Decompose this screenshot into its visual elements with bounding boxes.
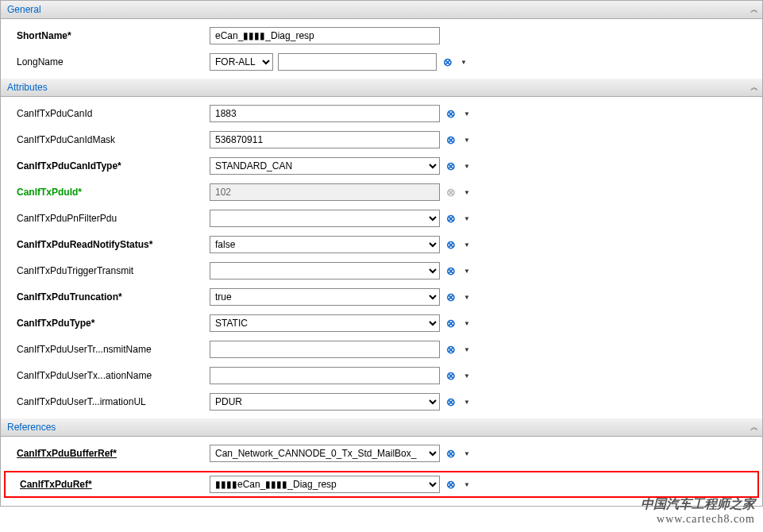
select-userirmationul[interactable]: PDUR	[210, 393, 440, 411]
reset-icon[interactable]: ⊗	[445, 238, 457, 251]
section-header-references[interactable]: References ︽	[1, 418, 762, 437]
section-title: General	[7, 4, 41, 15]
dropdown-caret-icon[interactable]: ▼	[462, 320, 472, 327]
reset-icon[interactable]: ⊗	[445, 343, 457, 356]
select-bufferref[interactable]: Can_Network_CANNODE_0_Tx_Std_MailBox_	[210, 445, 440, 462]
dropdown-caret-icon[interactable]: ▼	[462, 215, 472, 222]
label-canidtype: CanIfTxPduCanIdType*	[7, 160, 210, 172]
dropdown-caret-icon[interactable]: ▼	[462, 163, 472, 170]
section-header-general[interactable]: General ︽	[1, 1, 762, 19]
section-body-general: ShortName* LongName FOR-ALL ⊗ ▼	[1, 19, 762, 79]
collapse-icon: ︽	[750, 4, 756, 15]
label-userirmationul: CanIfTxPduUserT...irmationUL	[7, 396, 210, 407]
label-pduid: CanIfTxPduId*	[7, 187, 210, 198]
reset-icon[interactable]: ⊗	[445, 395, 457, 408]
label-userationname: CanIfTxPduUserTx...ationName	[7, 370, 210, 381]
dropdown-caret-icon[interactable]: ▼	[462, 137, 472, 144]
reset-icon[interactable]: ⊗	[445, 133, 457, 146]
select-readnotify[interactable]: false	[210, 236, 440, 253]
select-triggertransmit[interactable]	[210, 262, 440, 279]
label-pdutype: CanIfTxPduType*	[7, 318, 210, 329]
label-truncation: CanIfTxPduTruncation*	[7, 291, 210, 303]
label-canid: CanIfTxPduCanId	[7, 108, 210, 119]
label-longname: LongName	[7, 56, 210, 67]
select-pdutype[interactable]: STATIC	[210, 314, 440, 332]
input-shortname[interactable]	[210, 27, 440, 44]
reset-icon[interactable]: ⊗	[445, 317, 457, 330]
reset-icon[interactable]: ⊗	[445, 264, 457, 277]
input-pduid	[210, 183, 440, 201]
label-pduref[interactable]: CanIfTxPduRef*	[7, 479, 210, 490]
collapse-icon: ︽	[750, 82, 756, 93]
reset-icon[interactable]: ⊗	[445, 107, 457, 120]
section-body-attributes: CanIfTxPduCanId ⊗ ▼ CanIfTxPduCanIdMask …	[1, 97, 762, 418]
select-truncation[interactable]: true	[210, 288, 440, 306]
label-usertransmitname: CanIfTxPduUserTr...nsmitName	[7, 344, 210, 355]
input-userationname[interactable]	[210, 367, 440, 384]
input-canidmask[interactable]	[210, 131, 440, 148]
label-bufferref[interactable]: CanIfTxPduBufferRef*	[7, 448, 210, 459]
reset-icon[interactable]: ⊗	[445, 447, 457, 460]
reset-icon[interactable]: ⊗	[441, 56, 454, 68]
reset-icon[interactable]: ⊗	[445, 369, 457, 382]
dropdown-caret-icon[interactable]: ▼	[462, 268, 472, 275]
collapse-icon: ︽	[750, 422, 756, 433]
select-pduref[interactable]: ▮▮▮▮eCan_▮▮▮▮_Diag_resp	[210, 476, 440, 493]
section-title: Attributes	[7, 82, 48, 93]
dropdown-caret-icon[interactable]: ▼	[462, 110, 472, 118]
select-canidtype[interactable]: STANDARD_CAN	[210, 157, 440, 175]
dropdown-caret-icon[interactable]: ▼	[459, 59, 468, 66]
input-longname[interactable]	[278, 53, 437, 71]
dropdown-caret-icon[interactable]: ▼	[462, 294, 472, 301]
dropdown-caret-icon[interactable]: ▼	[462, 399, 472, 406]
label-shortname: ShortName*	[7, 30, 210, 41]
label-readnotify: CanIfTxPduReadNotifyStatus*	[7, 239, 210, 250]
dropdown-caret-icon[interactable]: ▼	[462, 189, 472, 196]
dropdown-caret-icon[interactable]: ▼	[462, 450, 472, 457]
section-header-attributes[interactable]: Attributes ︽	[1, 79, 762, 97]
input-usertransmitname[interactable]	[210, 341, 440, 358]
label-pnfilter: CanIfTxPduPnFilterPdu	[7, 213, 210, 224]
dropdown-caret-icon[interactable]: ▼	[462, 481, 472, 488]
select-longname-lang[interactable]: FOR-ALL	[210, 53, 273, 71]
section-title: References	[7, 422, 56, 433]
input-canid[interactable]	[210, 105, 440, 122]
dropdown-caret-icon[interactable]: ▼	[462, 346, 472, 353]
reset-icon[interactable]: ⊗	[445, 212, 457, 225]
select-pnfilter[interactable]	[210, 210, 440, 227]
reset-icon[interactable]: ⊗	[445, 291, 457, 303]
label-triggertransmit: CanIfTxPduTriggerTransmit	[7, 265, 210, 276]
dropdown-caret-icon[interactable]: ▼	[462, 372, 472, 380]
reset-icon[interactable]: ⊗	[445, 478, 457, 491]
reset-icon: ⊗	[445, 186, 457, 199]
reset-icon[interactable]: ⊗	[445, 160, 457, 172]
highlighted-row-pduref: CanIfTxPduRef* ▮▮▮▮eCan_▮▮▮▮_Diag_resp ⊗…	[4, 471, 759, 498]
label-canidmask: CanIfTxPduCanIdMask	[7, 134, 210, 145]
section-body-references: CanIfTxPduBufferRef* Can_Network_CANNODE…	[1, 437, 762, 506]
dropdown-caret-icon[interactable]: ▼	[462, 241, 472, 249]
